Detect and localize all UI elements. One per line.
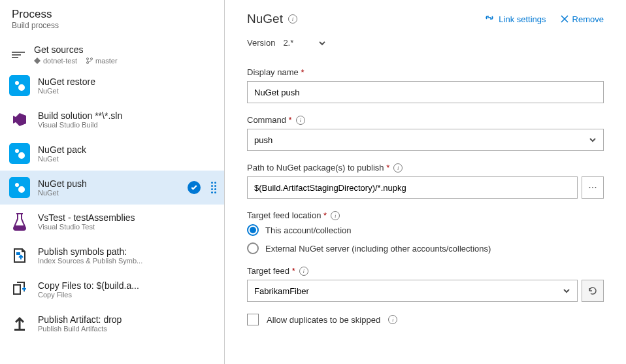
task-row-copy-files-to-build-a[interactable]: Copy Files to: $(build.a...Copy Files	[0, 273, 224, 306]
target-location-label: Target feed location	[247, 210, 327, 220]
task-title: NuGet pack	[38, 144, 86, 155]
version-dropdown[interactable]: 2.*	[283, 35, 326, 50]
command-select[interactable]: push	[247, 129, 604, 151]
branch-icon	[86, 58, 93, 64]
command-label: Command	[247, 115, 292, 125]
process-panel: Process Build process Get sources dotnet…	[0, 0, 225, 364]
allow-duplicates-row[interactable]: Allow duplicates to be skipped i	[247, 314, 604, 325]
path-input[interactable]	[247, 176, 578, 199]
task-row-build-solution-sln[interactable]: Build solution **\*.slnVisual Studio Bui…	[0, 103, 224, 137]
task-detail-panel: NuGet i Link settings Remove Version 2.*…	[225, 0, 626, 364]
svg-rect-10	[16, 252, 20, 255]
publish-symbols-icon	[9, 245, 30, 266]
task-title: Publish symbols path:	[38, 246, 142, 257]
svg-rect-11	[14, 329, 25, 331]
path-label: Path to NuGet package(s) to publish	[247, 163, 389, 173]
version-row: Version 2.*	[247, 35, 604, 50]
chevron-down-icon	[589, 136, 597, 144]
info-icon[interactable]: i	[388, 315, 397, 324]
get-sources-label: Get sources	[34, 44, 118, 55]
vs-icon	[9, 109, 30, 130]
process-header: Process Build process	[0, 0, 224, 35]
display-name-input[interactable]	[247, 81, 604, 103]
target-radio-external[interactable]: External NuGet server (including other a…	[247, 242, 604, 254]
target-radio-this-account[interactable]: This account/collection	[247, 224, 604, 236]
task-row-nuget-pack[interactable]: NuGet packNuGet	[0, 137, 224, 171]
svg-point-8	[15, 183, 19, 187]
chevron-down-icon	[318, 39, 326, 47]
task-row-publish-artifact-drop[interactable]: Publish Artifact: dropPublish Build Arti…	[0, 306, 224, 340]
svg-point-6	[15, 149, 19, 153]
link-icon	[484, 14, 495, 24]
target-feed-label: Target feed	[247, 266, 295, 276]
info-icon[interactable]: i	[296, 116, 305, 125]
refresh-button[interactable]	[582, 280, 604, 302]
nuget-icon	[9, 143, 30, 164]
close-icon	[561, 15, 568, 23]
task-subtitle: NuGet	[38, 87, 95, 95]
link-settings-button[interactable]: Link settings	[484, 14, 546, 24]
upload-icon	[9, 313, 30, 334]
get-sources-meta: dotnet-test master	[34, 57, 118, 65]
task-title: Copy Files to: $(build.a...	[38, 280, 139, 291]
task-subtitle: Index Sources & Publish Symb...	[38, 257, 142, 265]
remove-button[interactable]: Remove	[561, 14, 604, 24]
repo-icon	[34, 58, 41, 64]
process-subtitle: Build process	[12, 21, 212, 30]
display-name-label: Display name	[247, 67, 304, 77]
info-icon[interactable]: i	[393, 163, 403, 173]
task-title: VsTest - testAssemblies	[38, 212, 135, 223]
svg-point-9	[18, 186, 25, 193]
info-icon[interactable]: i	[299, 267, 308, 276]
svg-point-4	[15, 81, 19, 85]
task-subtitle: NuGet	[38, 189, 87, 197]
target-feed-select[interactable]: FabrikamFiber	[247, 280, 578, 302]
selected-check-icon	[188, 181, 201, 194]
task-subtitle: Visual Studio Test	[38, 223, 135, 231]
task-title: Build solution **\*.sln	[38, 110, 122, 121]
task-title: Publish Artifact: drop	[38, 314, 122, 325]
task-row-nuget-restore[interactable]: NuGet restoreNuGet	[0, 69, 224, 103]
info-icon[interactable]: i	[331, 211, 340, 220]
task-subtitle: Publish Build Artifacts	[38, 325, 122, 333]
refresh-icon	[587, 286, 598, 296]
info-icon[interactable]: i	[288, 14, 297, 24]
task-title: NuGet restore	[38, 76, 95, 87]
allow-duplicates-checkbox[interactable]	[247, 314, 259, 325]
svg-marker-0	[34, 58, 41, 64]
task-subtitle: Visual Studio Build	[38, 121, 122, 129]
task-row-vstest-testassemblies[interactable]: VsTest - testAssembliesVisual Studio Tes…	[0, 205, 224, 239]
task-row-publish-symbols-path[interactable]: Publish symbols path:Index Sources & Pub…	[0, 239, 224, 273]
detail-title: NuGet i	[247, 12, 297, 26]
task-subtitle: NuGet	[38, 155, 86, 163]
task-subtitle: Copy Files	[38, 291, 139, 299]
copy-icon	[9, 279, 30, 300]
task-row-nuget-push[interactable]: NuGet pushNuGet	[0, 171, 224, 205]
get-sources-icon	[12, 52, 25, 58]
get-sources-row[interactable]: Get sources dotnet-test master	[0, 35, 224, 69]
process-title: Process	[12, 8, 212, 21]
chevron-down-icon	[563, 287, 570, 295]
task-title: NuGet push	[38, 178, 87, 189]
nuget-icon	[9, 75, 30, 96]
nuget-icon	[9, 177, 30, 198]
svg-point-7	[18, 152, 25, 159]
svg-point-5	[18, 84, 25, 91]
browse-button[interactable]: ···	[582, 176, 604, 199]
drag-handle-icon[interactable]	[211, 182, 216, 193]
flask-icon	[9, 211, 30, 232]
